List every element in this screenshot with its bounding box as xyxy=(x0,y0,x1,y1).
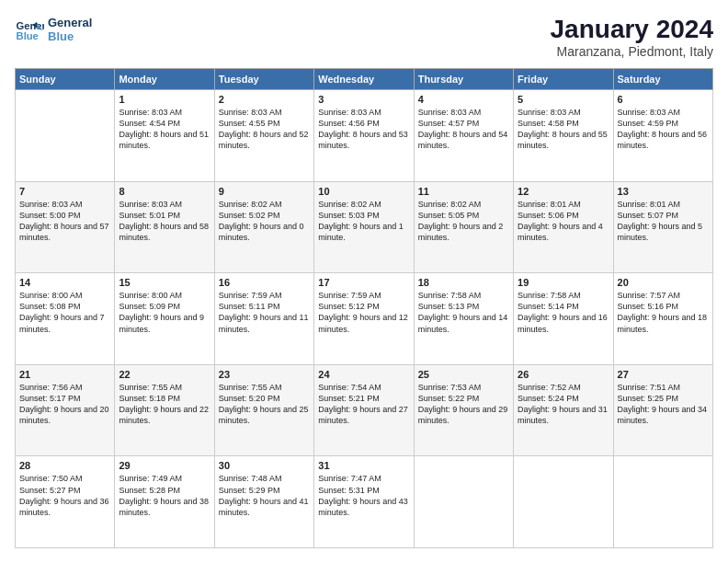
day-number: 16 xyxy=(219,277,310,288)
day-number: 30 xyxy=(219,460,310,471)
day-number: 23 xyxy=(219,369,310,380)
day-cell: 29Sunrise: 7:49 AM Sunset: 5:28 PM Dayli… xyxy=(115,456,214,548)
week-row-0: 1Sunrise: 8:03 AM Sunset: 4:54 PM Daylig… xyxy=(16,90,713,182)
day-number: 7 xyxy=(19,186,110,197)
day-cell: 22Sunrise: 7:55 AM Sunset: 5:18 PM Dayli… xyxy=(115,364,214,456)
day-cell: 9Sunrise: 8:02 AM Sunset: 5:02 PM Daylig… xyxy=(214,181,313,273)
day-info: Sunrise: 8:02 AM Sunset: 5:05 PM Dayligh… xyxy=(418,199,509,244)
day-cell: 31Sunrise: 7:47 AM Sunset: 5:31 PM Dayli… xyxy=(314,456,414,548)
day-cell: 19Sunrise: 7:58 AM Sunset: 5:14 PM Dayli… xyxy=(514,273,613,365)
day-cell: 7Sunrise: 8:03 AM Sunset: 5:00 PM Daylig… xyxy=(16,181,115,273)
day-info: Sunrise: 8:02 AM Sunset: 5:02 PM Dayligh… xyxy=(219,199,310,244)
day-cell: 25Sunrise: 7:53 AM Sunset: 5:22 PM Dayli… xyxy=(414,364,513,456)
day-cell: 13Sunrise: 8:01 AM Sunset: 5:07 PM Dayli… xyxy=(613,181,712,273)
day-info: Sunrise: 8:03 AM Sunset: 4:59 PM Dayligh… xyxy=(618,107,709,152)
day-info: Sunrise: 8:03 AM Sunset: 4:54 PM Dayligh… xyxy=(119,107,210,152)
week-row-3: 21Sunrise: 7:56 AM Sunset: 5:17 PM Dayli… xyxy=(16,364,713,456)
header: General Blue General Blue January 2024 M… xyxy=(15,15,713,59)
day-cell: 3Sunrise: 8:03 AM Sunset: 4:56 PM Daylig… xyxy=(314,90,414,182)
header-row: SundayMondayTuesdayWednesdayThursdayFrid… xyxy=(16,69,713,90)
day-cell: 8Sunrise: 8:03 AM Sunset: 5:01 PM Daylig… xyxy=(115,181,214,273)
day-cell: 15Sunrise: 8:00 AM Sunset: 5:09 PM Dayli… xyxy=(115,273,214,365)
col-header-friday: Friday xyxy=(514,69,613,90)
day-number: 8 xyxy=(119,186,210,197)
day-info: Sunrise: 7:51 AM Sunset: 5:25 PM Dayligh… xyxy=(618,382,709,427)
day-info: Sunrise: 7:59 AM Sunset: 5:12 PM Dayligh… xyxy=(318,290,409,335)
col-header-saturday: Saturday xyxy=(613,69,712,90)
day-number: 13 xyxy=(618,186,709,197)
location-subtitle: Maranzana, Piedmont, Italy xyxy=(551,44,713,59)
day-cell: 18Sunrise: 7:58 AM Sunset: 5:13 PM Dayli… xyxy=(414,273,513,365)
logo-icon: General Blue xyxy=(15,15,44,44)
svg-text:Blue: Blue xyxy=(17,30,39,41)
day-number: 2 xyxy=(219,94,310,105)
day-cell xyxy=(414,456,513,548)
calendar-page: General Blue General Blue January 2024 M… xyxy=(0,0,728,563)
day-number: 15 xyxy=(119,277,210,288)
day-info: Sunrise: 7:57 AM Sunset: 5:16 PM Dayligh… xyxy=(618,290,709,335)
col-header-monday: Monday xyxy=(115,69,214,90)
day-info: Sunrise: 7:56 AM Sunset: 5:17 PM Dayligh… xyxy=(19,382,110,427)
day-info: Sunrise: 8:03 AM Sunset: 4:57 PM Dayligh… xyxy=(418,107,509,152)
day-info: Sunrise: 8:01 AM Sunset: 5:07 PM Dayligh… xyxy=(618,199,709,244)
day-info: Sunrise: 7:49 AM Sunset: 5:28 PM Dayligh… xyxy=(119,473,210,518)
day-info: Sunrise: 7:53 AM Sunset: 5:22 PM Dayligh… xyxy=(418,382,509,427)
day-cell: 27Sunrise: 7:51 AM Sunset: 5:25 PM Dayli… xyxy=(613,364,712,456)
day-cell: 10Sunrise: 8:02 AM Sunset: 5:03 PM Dayli… xyxy=(314,181,414,273)
day-number: 18 xyxy=(418,277,509,288)
day-number: 9 xyxy=(219,186,310,197)
day-info: Sunrise: 7:55 AM Sunset: 5:18 PM Dayligh… xyxy=(119,382,210,427)
day-cell: 24Sunrise: 7:54 AM Sunset: 5:21 PM Dayli… xyxy=(314,364,414,456)
day-number: 24 xyxy=(318,369,409,380)
day-info: Sunrise: 8:03 AM Sunset: 4:55 PM Dayligh… xyxy=(219,107,310,152)
day-number: 29 xyxy=(119,460,210,471)
day-cell: 1Sunrise: 8:03 AM Sunset: 4:54 PM Daylig… xyxy=(115,90,214,182)
day-number: 21 xyxy=(19,369,110,380)
week-row-1: 7Sunrise: 8:03 AM Sunset: 5:00 PM Daylig… xyxy=(16,181,713,273)
day-info: Sunrise: 8:03 AM Sunset: 5:00 PM Dayligh… xyxy=(19,199,110,244)
day-info: Sunrise: 7:52 AM Sunset: 5:24 PM Dayligh… xyxy=(518,382,609,427)
day-info: Sunrise: 7:48 AM Sunset: 5:29 PM Dayligh… xyxy=(219,473,310,518)
day-info: Sunrise: 7:58 AM Sunset: 5:14 PM Dayligh… xyxy=(518,290,609,335)
day-cell: 23Sunrise: 7:55 AM Sunset: 5:20 PM Dayli… xyxy=(214,364,313,456)
day-cell: 11Sunrise: 8:02 AM Sunset: 5:05 PM Dayli… xyxy=(414,181,513,273)
day-info: Sunrise: 8:00 AM Sunset: 5:08 PM Dayligh… xyxy=(19,290,110,335)
day-cell: 16Sunrise: 7:59 AM Sunset: 5:11 PM Dayli… xyxy=(214,273,313,365)
day-cell: 17Sunrise: 7:59 AM Sunset: 5:12 PM Dayli… xyxy=(314,273,414,365)
day-cell: 20Sunrise: 7:57 AM Sunset: 5:16 PM Dayli… xyxy=(613,273,712,365)
day-number: 5 xyxy=(518,94,609,105)
day-number: 25 xyxy=(418,369,509,380)
day-cell: 14Sunrise: 8:00 AM Sunset: 5:08 PM Dayli… xyxy=(16,273,115,365)
col-header-thursday: Thursday xyxy=(414,69,513,90)
day-cell xyxy=(514,456,613,548)
day-info: Sunrise: 8:03 AM Sunset: 4:58 PM Dayligh… xyxy=(518,107,609,152)
day-number: 20 xyxy=(618,277,709,288)
day-info: Sunrise: 8:03 AM Sunset: 5:01 PM Dayligh… xyxy=(119,199,210,244)
col-header-sunday: Sunday xyxy=(16,69,115,90)
day-number: 6 xyxy=(618,94,709,105)
day-cell: 6Sunrise: 8:03 AM Sunset: 4:59 PM Daylig… xyxy=(613,90,712,182)
day-cell: 28Sunrise: 7:50 AM Sunset: 5:27 PM Dayli… xyxy=(16,456,115,548)
day-number: 27 xyxy=(618,369,709,380)
day-number: 3 xyxy=(318,94,409,105)
day-info: Sunrise: 7:50 AM Sunset: 5:27 PM Dayligh… xyxy=(19,473,110,518)
logo-line1: General xyxy=(48,16,92,29)
day-number: 11 xyxy=(418,186,509,197)
day-info: Sunrise: 8:03 AM Sunset: 4:56 PM Dayligh… xyxy=(318,107,409,152)
day-number: 19 xyxy=(518,277,609,288)
day-cell: 21Sunrise: 7:56 AM Sunset: 5:17 PM Dayli… xyxy=(16,364,115,456)
day-info: Sunrise: 7:54 AM Sunset: 5:21 PM Dayligh… xyxy=(318,382,409,427)
logo: General Blue General Blue xyxy=(15,15,92,44)
title-block: January 2024 Maranzana, Piedmont, Italy xyxy=(551,15,713,59)
day-number: 22 xyxy=(119,369,210,380)
col-header-tuesday: Tuesday xyxy=(214,69,313,90)
day-info: Sunrise: 7:59 AM Sunset: 5:11 PM Dayligh… xyxy=(219,290,310,335)
month-title: January 2024 xyxy=(551,15,713,44)
day-cell xyxy=(16,90,115,182)
day-info: Sunrise: 7:47 AM Sunset: 5:31 PM Dayligh… xyxy=(318,473,409,518)
day-cell: 26Sunrise: 7:52 AM Sunset: 5:24 PM Dayli… xyxy=(514,364,613,456)
day-info: Sunrise: 8:01 AM Sunset: 5:06 PM Dayligh… xyxy=(518,199,609,244)
day-number: 1 xyxy=(119,94,210,105)
day-number: 17 xyxy=(318,277,409,288)
day-info: Sunrise: 8:00 AM Sunset: 5:09 PM Dayligh… xyxy=(119,290,210,335)
